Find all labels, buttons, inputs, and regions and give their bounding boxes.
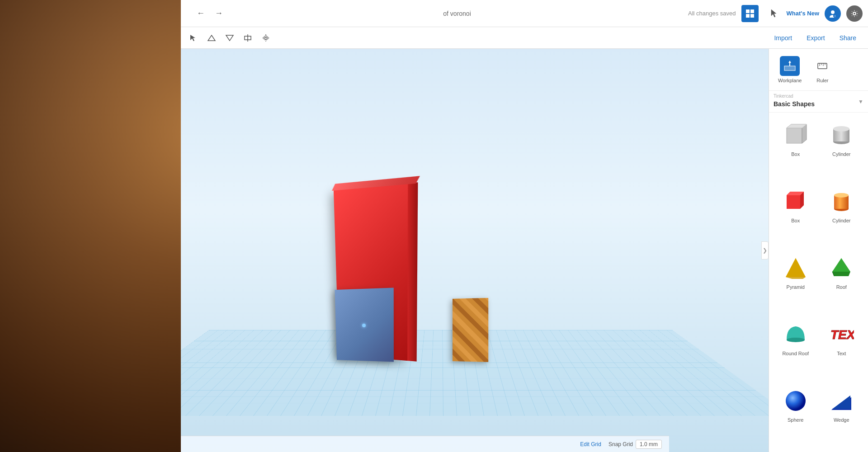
box-gray-svg xyxy=(783,122,808,148)
workplane-button[interactable]: Workplane xyxy=(773,52,807,87)
triangle-icon xyxy=(207,34,216,42)
svg-rect-19 xyxy=(818,63,827,69)
export-button[interactable]: Export xyxy=(800,32,831,44)
shape-item-roof[interactable]: Roof xyxy=(819,249,865,315)
svg-marker-8 xyxy=(190,35,195,41)
svg-rect-24 xyxy=(787,128,802,143)
top-bar-right: All changes saved What's New xyxy=(688,5,863,22)
align-icon xyxy=(244,34,252,42)
svg-rect-16 xyxy=(784,66,795,71)
secondary-toolbar: Import Export Share xyxy=(181,27,868,49)
shape-icon-pyramid xyxy=(782,254,809,282)
text-shape-svg: TEXT xyxy=(829,322,854,347)
save-status: All changes saved xyxy=(688,10,736,17)
edit-grid-button[interactable]: Edit Grid xyxy=(580,441,601,447)
red-box-side xyxy=(407,182,418,361)
document-title: of voronoi xyxy=(230,10,684,17)
bottom-bar: Edit Grid Snap Grid 1.0 mm xyxy=(181,436,669,452)
shape-label-pyramid: Pyramid xyxy=(787,284,805,290)
round-roof-svg xyxy=(783,322,808,347)
svg-point-7 xyxy=(853,12,856,15)
cursor-dot xyxy=(362,324,366,327)
back-button[interactable]: ← xyxy=(193,6,208,21)
shape-icon-wedge xyxy=(828,387,855,414)
blue-box[interactable] xyxy=(335,288,393,362)
svg-marker-18 xyxy=(788,61,791,63)
cylinder-orange-svg xyxy=(829,189,854,214)
workplane-label: Workplane xyxy=(778,78,802,83)
snap-control: Snap Grid 1.0 mm xyxy=(609,440,662,449)
shape-label-round-roof: Round Roof xyxy=(782,351,809,356)
mirror-button[interactable] xyxy=(222,31,237,45)
svg-marker-9 xyxy=(208,35,215,41)
panel-dropdown-arrow[interactable]: ▼ xyxy=(858,99,863,105)
pick-object-button[interactable] xyxy=(764,5,781,22)
shape-item-cylinder-orange[interactable]: Cylinder xyxy=(819,183,865,249)
whats-new-button[interactable]: What's New xyxy=(787,10,819,17)
shape-item-wedge[interactable]: Wedge xyxy=(819,382,865,448)
svg-point-42 xyxy=(787,338,805,342)
grid-icon xyxy=(745,9,755,18)
share-button[interactable]: Share xyxy=(833,32,863,44)
shape-icon-box-red xyxy=(782,188,809,215)
svg-rect-3 xyxy=(750,14,754,18)
wood-box[interactable] xyxy=(453,298,488,362)
flip-icon xyxy=(262,34,270,42)
snap-value[interactable]: 1.0 mm xyxy=(636,440,662,449)
right-panel: Workplane Ruler xyxy=(769,49,868,452)
shape-label-roof: Roof xyxy=(836,284,847,290)
ruler-label: Ruler xyxy=(816,78,828,83)
shape-item-sphere[interactable]: Sphere xyxy=(773,382,819,448)
svg-marker-10 xyxy=(226,35,233,41)
settings-button[interactable] xyxy=(846,5,863,22)
panel-expand-button[interactable]: ❯ xyxy=(761,241,769,259)
canvas-area[interactable]: Edit Grid Snap Grid 1.0 mm xyxy=(181,49,769,452)
ruler-icon-box xyxy=(812,56,832,76)
provider-label: Tinkercad xyxy=(774,94,815,99)
shape-label-cylinder-gray: Cylinder xyxy=(832,151,850,157)
svg-rect-1 xyxy=(750,9,754,13)
import-button[interactable]: Import xyxy=(768,32,798,44)
shapes-grid: Box xyxy=(769,113,868,452)
shape-icon-sphere xyxy=(782,387,809,414)
pick-icon xyxy=(768,9,778,19)
cylinder-gray-svg xyxy=(829,122,854,148)
shape-icon-text: TEXT xyxy=(828,321,855,348)
panel-tools: Workplane Ruler xyxy=(769,49,868,91)
svg-marker-38 xyxy=(786,258,806,279)
shape-icon-round-roof xyxy=(782,321,809,348)
shape-label-cylinder-orange: Cylinder xyxy=(832,218,850,223)
user-button[interactable]: + xyxy=(825,5,841,22)
ruler-button[interactable]: Ruler xyxy=(807,52,838,87)
shape-item-round-roof[interactable]: Round Roof xyxy=(773,315,819,382)
svg-marker-39 xyxy=(832,258,850,272)
align-button[interactable] xyxy=(204,31,219,45)
shape-item-pyramid[interactable]: Pyramid xyxy=(773,249,819,315)
shape-label-box-gray: Box xyxy=(791,151,800,157)
shape-item-box-red[interactable]: Box xyxy=(773,183,819,249)
shape-label-text: Text xyxy=(837,351,846,356)
forward-button[interactable]: → xyxy=(212,6,226,21)
align-center-button[interactable] xyxy=(241,31,255,45)
provider-name: Tinkercad Basic Shapes xyxy=(774,94,815,109)
tinkercad-app: ← → of voronoi All changes saved xyxy=(181,0,868,452)
shape-item-text[interactable]: TEXT Text xyxy=(819,315,865,382)
shape-label-sphere: Sphere xyxy=(788,417,803,423)
mirror2-button[interactable] xyxy=(259,31,273,45)
settings-icon xyxy=(850,9,859,18)
grid-view-button[interactable] xyxy=(741,5,759,22)
shape-item-cylinder-gray[interactable]: Cylinder xyxy=(819,116,865,183)
main-area: Edit Grid Snap Grid 1.0 mm ❯ xyxy=(181,49,868,452)
svg-point-29 xyxy=(833,126,849,132)
cursor-tool-button[interactable] xyxy=(186,31,201,45)
shape-item-box-gray[interactable]: Box xyxy=(773,116,819,183)
cursor-icon xyxy=(189,34,198,42)
red-box-top xyxy=(332,176,420,191)
svg-point-4 xyxy=(831,10,835,14)
ruler-icon xyxy=(816,60,829,72)
svg-point-44 xyxy=(786,391,806,411)
workplane-icon xyxy=(783,60,796,72)
svg-marker-40 xyxy=(832,272,850,276)
svg-rect-0 xyxy=(746,9,750,13)
svg-marker-49 xyxy=(832,396,850,409)
